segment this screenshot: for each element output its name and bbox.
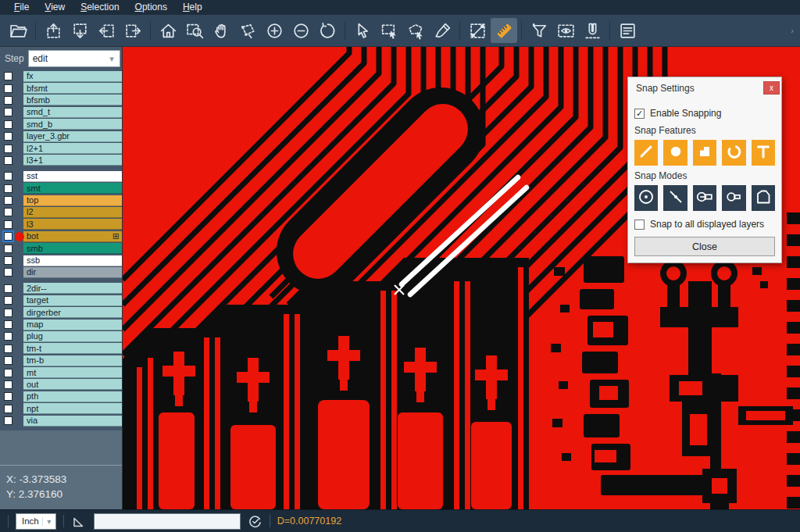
snap-all-layers-checkbox[interactable] — [634, 220, 645, 230]
layer-visibility-checkbox-l2+1[interactable] — [4, 145, 12, 153]
snap-pad-button[interactable] — [663, 140, 687, 166]
layer-fx[interactable]: fx — [23, 71, 122, 82]
layer-out[interactable]: out — [23, 379, 122, 390]
layer-visibility-checkbox-bfsmb[interactable] — [4, 96, 12, 105]
layer-visibility-checkbox-smd_t[interactable] — [4, 108, 12, 116]
menu-file[interactable]: File — [6, 1, 37, 14]
layer-smd_t[interactable]: smd_t — [23, 107, 122, 118]
layer-2dir--[interactable]: 2dir-- — [23, 283, 122, 294]
layer-sst[interactable]: sst — [23, 171, 122, 182]
pan-down-button[interactable] — [66, 18, 93, 43]
layer-npt[interactable]: npt — [23, 403, 122, 414]
layer-l2[interactable]: l2 — [23, 207, 122, 218]
toolbar-overflow-icon[interactable]: › — [791, 26, 795, 35]
layer-visibility-checkbox-layer_3.gbr[interactable] — [4, 132, 12, 141]
layer-visibility-checkbox-l3[interactable] — [4, 220, 12, 229]
unit-select[interactable]: Inch ▾ — [16, 513, 56, 530]
layer-visibility-checkbox-npt[interactable] — [4, 405, 12, 413]
form-button[interactable] — [614, 18, 641, 43]
snap-text-button[interactable] — [752, 140, 775, 166]
layer-plug[interactable]: plug — [23, 331, 122, 342]
snap-profile-button[interactable] — [752, 185, 775, 211]
zoom-out-button[interactable] — [288, 18, 314, 43]
pan-right-button[interactable] — [120, 18, 146, 43]
layer-smt[interactable]: smt — [23, 183, 122, 194]
home-button[interactable] — [155, 18, 181, 43]
layer-via[interactable]: via — [23, 416, 122, 427]
layer-visibility-checkbox-l3+1[interactable] — [4, 156, 12, 165]
snap-pad-hole-button[interactable] — [722, 185, 745, 211]
layer-bot[interactable]: bot⊞ — [23, 231, 122, 242]
layer-visibility-checkbox-via[interactable] — [4, 416, 12, 425]
select-polygon-button[interactable] — [402, 18, 429, 43]
view-region-button[interactable] — [552, 18, 579, 43]
enable-snapping-checkbox[interactable]: ✓ — [634, 109, 645, 119]
layer-smd_b[interactable]: smd_b — [23, 119, 122, 130]
dialog-close-icon[interactable]: x — [763, 81, 780, 95]
layer-visibility-checkbox-l2[interactable] — [4, 208, 12, 216]
layer-bfsmt[interactable]: bfsmt — [23, 83, 122, 94]
layer-visibility-checkbox-bfsmt[interactable] — [4, 84, 12, 93]
layer-visibility-checkbox-tm-t[interactable] — [4, 345, 12, 353]
corner-snap-icon[interactable] — [71, 513, 87, 529]
layer-visibility-checkbox-target[interactable] — [4, 296, 12, 305]
step-select[interactable]: edit ▾ — [28, 50, 120, 67]
menu-selection[interactable]: Selection — [73, 1, 127, 14]
layer-l2+1[interactable]: l2+1 — [23, 143, 122, 154]
select-rect-button[interactable] — [376, 18, 402, 43]
layer-visibility-checkbox-map[interactable] — [4, 320, 12, 329]
layer-visibility-checkbox-smb[interactable] — [4, 245, 12, 253]
layer-bfsmb[interactable]: bfsmb — [23, 95, 122, 105]
menu-options[interactable]: Options — [127, 1, 175, 14]
layer-visibility-checkbox-mt[interactable] — [4, 369, 12, 377]
zoom-window-button[interactable] — [181, 18, 208, 43]
layer-dirgerber[interactable]: dirgerber — [23, 307, 122, 318]
layer-top[interactable]: top — [23, 195, 122, 206]
layer-visibility-checkbox-out[interactable] — [4, 380, 12, 389]
zoom-previous-button[interactable] — [314, 18, 341, 43]
zoom-in-button[interactable] — [261, 18, 288, 43]
layer-visibility-checkbox-plug[interactable] — [4, 332, 12, 341]
layer-layer_3.gbr[interactable]: layer_3.gbr — [23, 131, 122, 142]
snap-surface-button[interactable] — [693, 140, 716, 166]
layer-pth[interactable]: pth — [23, 391, 122, 402]
layer-visibility-checkbox-dir[interactable] — [4, 268, 12, 277]
ruler-button[interactable] — [491, 18, 517, 43]
filter-button[interactable] — [526, 18, 552, 43]
layer-target[interactable]: target — [23, 295, 122, 306]
snap-line-button[interactable] — [634, 140, 658, 166]
layer-visibility-checkbox-sst[interactable] — [4, 172, 12, 180]
layer-visibility-checkbox-2dir--[interactable] — [4, 284, 12, 293]
layer-grid-icon[interactable]: ⊞ — [112, 232, 120, 241]
measure-line-button[interactable] — [464, 18, 491, 43]
layer-smb[interactable]: smb — [23, 243, 122, 254]
layer-l3+1[interactable]: l3+1 — [23, 155, 122, 166]
layer-visibility-checkbox-top[interactable] — [4, 196, 12, 205]
snap-pad-entire-button[interactable] — [693, 185, 716, 211]
menu-view[interactable]: View — [37, 1, 73, 14]
pan-up-button[interactable] — [40, 18, 66, 43]
layer-visibility-checkbox-ssb[interactable] — [4, 256, 12, 265]
snap-arc-button[interactable] — [722, 140, 745, 166]
select-arrow-button[interactable] — [349, 18, 376, 43]
layer-mt[interactable]: mt — [23, 367, 122, 378]
refresh-check-icon[interactable] — [248, 514, 262, 529]
command-input[interactable] — [94, 513, 241, 530]
menu-help[interactable]: Help — [175, 1, 210, 14]
enable-snapping-row[interactable]: ✓ Enable Snapping — [634, 108, 775, 119]
zoom-polygon-button[interactable] — [234, 18, 261, 43]
layer-visibility-checkbox-smt[interactable] — [4, 184, 12, 193]
dialog-titlebar[interactable]: Snap Settings x — [628, 77, 781, 97]
pan-left-button[interactable] — [93, 18, 120, 43]
layer-ssb[interactable]: ssb — [23, 255, 122, 266]
magnet-button[interactable] — [579, 18, 605, 43]
layer-visibility-checkbox-tm-b[interactable] — [4, 356, 12, 365]
brush-button[interactable] — [429, 18, 455, 43]
layer-l3[interactable]: l3 — [23, 219, 122, 230]
layer-visibility-checkbox-bot[interactable] — [4, 232, 12, 241]
layer-visibility-checkbox-pth[interactable] — [4, 392, 12, 401]
layer-map[interactable]: map — [23, 320, 122, 330]
close-button[interactable]: Close — [634, 237, 775, 256]
layer-visibility-checkbox-dirgerber[interactable] — [4, 309, 12, 317]
layer-dir[interactable]: dir — [23, 267, 122, 278]
